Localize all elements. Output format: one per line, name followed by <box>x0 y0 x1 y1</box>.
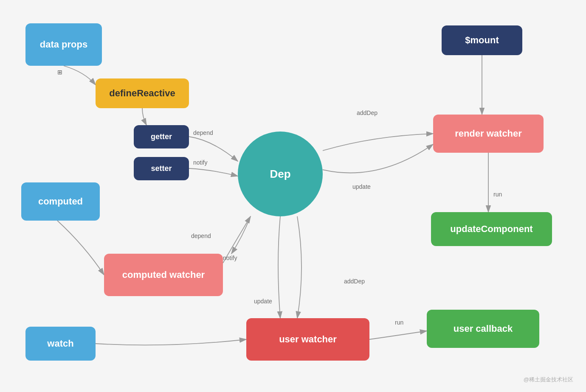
edge-label-run-user: run <box>395 319 403 326</box>
edge-label-addDep-render: addDep <box>357 109 378 116</box>
mount-node[interactable]: $mount <box>442 25 522 55</box>
diagram-container: data props ⊞ defineReactive getter sette… <box>0 0 586 392</box>
user-callback-node[interactable]: user callback <box>427 310 539 348</box>
render-watcher-label: render watcher <box>455 128 522 140</box>
edge-label-depend-computed: depend <box>191 232 211 239</box>
user-watcher-label: user watcher <box>279 333 337 346</box>
getter-label: getter <box>151 132 172 141</box>
update-component-node[interactable]: updateComponent <box>431 212 552 246</box>
watch-label: watch <box>47 338 73 350</box>
edge-label-update-render: update <box>352 183 371 190</box>
edge-label-depend-getter: depend <box>193 129 213 136</box>
dep-node[interactable]: Dep <box>238 132 323 216</box>
edge-label-run-render: run <box>493 191 502 198</box>
edge-label-notify-setter: notify <box>193 159 207 166</box>
computed-node[interactable]: computed <box>21 182 100 221</box>
mount-label: $mount <box>465 34 499 47</box>
setter-node[interactable]: setter <box>134 157 189 180</box>
watermark: @稀土掘金技术社区 <box>524 376 573 384</box>
data-props-node[interactable]: data props <box>25 23 102 66</box>
data-props-label: data props <box>40 39 87 51</box>
define-reactive-label: defineReactive <box>109 87 175 100</box>
computed-watcher-label: computed watcher <box>122 269 205 281</box>
computed-watcher-node[interactable]: computed watcher <box>104 254 223 296</box>
edge-label-addDep-user: addDep <box>344 278 365 285</box>
setter-label: setter <box>151 164 172 173</box>
computed-label: computed <box>38 196 83 208</box>
render-watcher-node[interactable]: render watcher <box>433 115 544 153</box>
update-component-label: updateComponent <box>450 223 532 235</box>
expand-icon[interactable]: ⊞ <box>57 69 62 76</box>
dep-label: Dep <box>270 168 290 181</box>
edge-label-notify-computed: notify <box>223 255 237 261</box>
watch-node[interactable]: watch <box>25 327 96 361</box>
getter-node[interactable]: getter <box>134 125 189 148</box>
edge-label-update-user: update <box>254 298 272 305</box>
user-callback-label: user callback <box>454 323 513 335</box>
user-watcher-node[interactable]: user watcher <box>246 318 369 361</box>
define-reactive-node[interactable]: defineReactive <box>96 78 189 108</box>
